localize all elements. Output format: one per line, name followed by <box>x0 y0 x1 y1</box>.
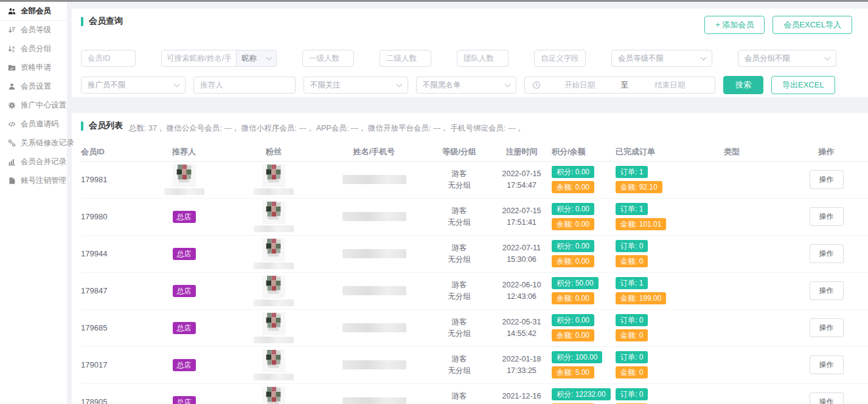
orders-cell: 订单: 1 金额: 92.10 <box>608 166 718 193</box>
custom-field-input[interactable] <box>534 50 586 67</box>
add-member-button[interactable]: + 添加会员 <box>704 16 765 34</box>
points-badge: 积分: 0.00 <box>552 314 594 326</box>
row-action-button[interactable]: 操作 <box>810 281 844 300</box>
referrer-shop-badge: 总店 <box>173 359 196 371</box>
orders-cell: 订单: 0 金额: 0 <box>608 351 718 378</box>
date-end-placeholder: 结束日期 <box>632 80 707 91</box>
member-id-cell: 179980 <box>81 212 143 221</box>
row-action-button[interactable]: 操作 <box>810 355 844 374</box>
row-action-button[interactable]: 操作 <box>810 318 844 337</box>
member-group: 无分组 <box>448 180 471 191</box>
member-id-cell: 179981 <box>81 175 143 184</box>
member-level: 游客 <box>452 279 467 291</box>
referrer-shop-badge: 总店 <box>173 396 196 404</box>
excel-import-button[interactable]: 会员EXCEL导入 <box>773 16 852 34</box>
name-phone-cell <box>322 323 426 332</box>
member-level-select[interactable]: 会员等级不限 <box>611 50 712 67</box>
sidebar-item-label: 推广中心设置 <box>21 100 66 111</box>
blurred-avatar-image <box>262 275 285 298</box>
referrer-cell: 总店 <box>143 248 225 260</box>
balance-badge: 余额: 0.00 <box>552 218 594 230</box>
member-id-input[interactable] <box>81 50 136 67</box>
amount-badge: 金额: 0 <box>616 366 648 378</box>
sidebar-item-label: 关系链修改记录 <box>21 138 74 148</box>
sidebar-item[interactable]: 会员等级 <box>0 21 67 39</box>
orders-badge: 订单: 0 <box>616 388 648 400</box>
column-header: 已完成订单 <box>608 146 718 157</box>
blurred-name-phone <box>342 397 406 404</box>
blurred-avatar-image <box>262 386 285 404</box>
sidebar-menu: 全部会员 会员等级 AZ 会员分组 资格申请 会员设置 推广中心设置 会员邀请码… <box>0 2 67 190</box>
blurred-nickname <box>254 374 294 380</box>
register-time: 12:43:06 <box>507 291 536 303</box>
row-action-button[interactable]: 操作 <box>810 244 844 263</box>
sidebar-item-label: 会员设置 <box>21 81 51 92</box>
blurred-avatar-image <box>262 164 285 187</box>
column-header: 推荐人 <box>143 146 225 157</box>
sidebar-item[interactable]: 会员设置 <box>0 77 67 96</box>
sidebar-item[interactable]: 资格申请 <box>0 58 67 77</box>
amount-badge: 金额: 0 <box>616 255 648 267</box>
points-badge: 积分: 0.00 <box>552 203 594 215</box>
referrer-input[interactable] <box>193 77 296 94</box>
sidebar-item[interactable]: 账号注销管理 <box>0 171 67 190</box>
level2-count-input[interactable] <box>380 50 431 67</box>
export-excel-button[interactable]: 导出EXCEL <box>771 76 835 94</box>
chevron-down-icon <box>174 81 180 87</box>
register-time: 17:51:41 <box>507 217 536 228</box>
member-group-select[interactable]: 会员分组不限 <box>738 50 836 67</box>
sidebar-item-label: 账号注销管理 <box>21 176 66 186</box>
blacklist-select[interactable]: 不限黑名单 <box>416 77 516 94</box>
fan-avatar <box>254 349 294 380</box>
member-id-cell: 179847 <box>81 286 143 295</box>
member-level: 游客 <box>452 168 467 180</box>
name-phone-cell <box>322 397 426 404</box>
blurred-avatar-image <box>262 201 285 224</box>
title-accent-bar <box>81 122 83 131</box>
sidebar-item-label: 会员邀请码 <box>21 119 59 129</box>
column-header: 类型 <box>718 146 785 157</box>
column-header: 会员ID <box>81 146 143 157</box>
referrer-cell: 总店 <box>143 396 225 404</box>
points-badge: 积分: 12232.00 <box>552 388 611 400</box>
register-date: 2022-07-11 <box>502 242 541 254</box>
row-action-button[interactable]: 操作 <box>810 170 844 189</box>
row-action-button[interactable]: 操作 <box>810 392 844 404</box>
keyword-type-select[interactable]: 昵称 <box>236 50 276 66</box>
sidebar-item[interactable]: AZ 会员分组 <box>0 39 67 58</box>
sidebar: 全部会员 会员等级 AZ 会员分组 资格申请 会员设置 推广中心设置 会员邀请码… <box>0 2 67 404</box>
sidebar-item[interactable]: 会员邀请码 <box>0 115 67 134</box>
row-action-button[interactable]: 操作 <box>810 207 844 226</box>
fans-cell <box>225 349 322 380</box>
orders-cell: 订单: 0 金额: 0 <box>608 314 718 341</box>
blurred-nickname <box>254 225 294 232</box>
member-id-cell: 179685 <box>81 323 143 332</box>
orders-badge: 订单: 0 <box>616 314 648 326</box>
follow-select[interactable]: 不限关注 <box>304 77 408 94</box>
sidebar-item[interactable]: 关系链修改记录 <box>0 134 67 152</box>
search-button[interactable]: 搜索 <box>723 76 763 94</box>
keyword-input[interactable] <box>162 50 236 66</box>
amount-badge: 金额: 101.01 <box>616 218 666 230</box>
sidebar-item[interactable]: 推广中心设置 <box>0 96 67 115</box>
sidebar-item[interactable]: 会员合并记录 <box>0 152 67 171</box>
member-level: 游客 <box>452 391 467 402</box>
register-date: 2021-12-16 <box>502 391 541 402</box>
points-balance-cell: 积分: 12232.00 余额: 0.00 <box>550 388 608 404</box>
register-time-cell: 2022-01-1817:33:25 <box>493 354 550 377</box>
date-separator: 至 <box>617 80 633 91</box>
balance-badge: 余额: 0.00 <box>552 329 594 341</box>
fan-avatar <box>254 386 294 404</box>
level1-count-input[interactable] <box>302 50 354 67</box>
level-group-cell: 游客无分组 <box>426 354 493 377</box>
fan-avatar <box>254 201 294 232</box>
sidebar-item[interactable]: 全部会员 <box>0 2 67 21</box>
register-date: 2022-06-10 <box>502 279 541 291</box>
name-phone-cell <box>322 360 426 369</box>
name-phone-cell <box>322 212 426 221</box>
promoter-select[interactable]: 推广员不限 <box>81 77 186 94</box>
team-count-input[interactable] <box>457 50 509 67</box>
member-group-value: 会员分组不限 <box>745 53 790 64</box>
users-icon <box>8 7 16 15</box>
date-range-input[interactable]: 开始日期 至 结束日期 <box>524 77 715 94</box>
